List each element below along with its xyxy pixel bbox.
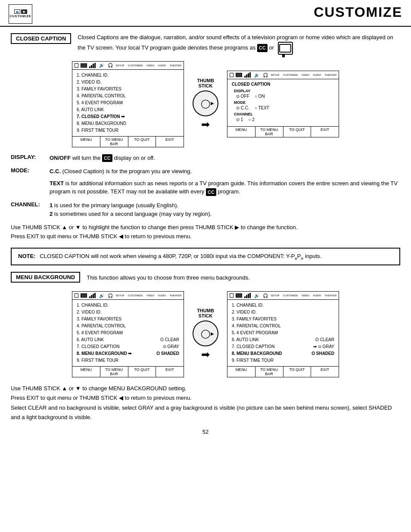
r2-item-5: 5. 4 EVENT PROGRAM — [232, 330, 334, 336]
thumb-stick-circle-1: ◯ — [193, 90, 218, 116]
setup-icon-r — [230, 73, 234, 77]
main-content: CLOSED CAPTION Closed Captions are the d… — [0, 27, 411, 446]
r2-clear: O CLEAR — [315, 336, 334, 343]
cc-badge-display: CC — [102, 154, 112, 162]
l2-item-6: 6. AUTO LINK O CLEAR — [77, 336, 179, 343]
bars-icon — [89, 63, 96, 68]
page-title: CUSTOMIZE — [314, 4, 402, 20]
l2-item-8: 8. MENU BACKGROUND ➡ O SHADED — [77, 350, 179, 357]
cc-option: C.C. — [236, 106, 249, 110]
screens-row-1: 🔊 🎧 SETUP CUSTOMIZE VIDEO AUDIO THEATER … — [11, 61, 400, 147]
closed-caption-section: CLOSED CAPTION Closed Captions are the d… — [11, 33, 400, 55]
setup-label: SETUP — [116, 64, 125, 67]
cc-badge-mode: CC — [206, 188, 216, 196]
thumb-stick-circle-2: ◯ — [193, 320, 218, 346]
l2-shaded: O SHADED — [156, 350, 179, 357]
setup-label-l2: SETUP — [116, 294, 125, 297]
menu-nav-labels-r2: SETUP CUSTOMIZE VIDEO AUDIO THEATER — [271, 294, 337, 297]
closed-caption-description: Closed Captions are the dialogue, narrat… — [78, 33, 400, 55]
mode-desc-content: C.C. (Closed Caption) is for the program… — [50, 167, 400, 196]
header-icons-left: 🔊 🎧 — [89, 63, 113, 68]
setup-icon — [75, 63, 78, 68]
menu-item-4: 4. PARENTAL CONTROL — [77, 93, 179, 100]
bar4 — [94, 63, 96, 68]
menu-item-6: 6. AUTO LINK — [77, 106, 179, 113]
screen-arrow-2: ➡ — [201, 348, 210, 361]
bar3l2 — [93, 294, 94, 298]
theater-label: THEATER — [169, 64, 181, 67]
left-menu-footer-2: MENU TO MENU BAR TO QUIT EXIT — [72, 366, 184, 377]
customize-label-l2: CUSTOMIZE — [128, 294, 143, 297]
r2-shaded: O SHADED — [311, 350, 334, 357]
left-menu-screen-2: 🔊 🎧 SETUP CUSTOMIZE VIDEO AUDIO THEATER … — [72, 291, 184, 377]
sub-b: B — [295, 256, 297, 260]
caption-icon — [278, 42, 293, 55]
video-label-r: VIDEO — [302, 74, 310, 76]
menu-item-2: 2. VIDEO ID. — [77, 79, 179, 86]
footer-to-quit: TO QUIT — [128, 137, 156, 147]
right-menu-screen-2: 🔊 🎧 SETUP CUSTOMIZE VIDEO AUDIO THEATER … — [227, 291, 339, 377]
footer-exit-l2: EXIT — [156, 367, 184, 377]
menu-item-8: 8. MENU BACKGROUND — [77, 120, 179, 127]
r2-item-2: 2. VIDEO ID. — [232, 309, 334, 316]
video-label-l2: VIDEO — [146, 294, 155, 297]
right-menu-screen-cc: 🔊 🎧 SETUP CUSTOMIZE VIDEO AUDIO THEATER … — [227, 71, 339, 137]
menu-screen-header-left2: 🔊 🎧 SETUP CUSTOMIZE VIDEO AUDIO THEATER — [72, 292, 184, 300]
display-desc: DISPLAY: ON/OFF will turn the CC display… — [11, 154, 400, 162]
thumb-stick-label-1: THUMBSTICK — [197, 78, 214, 88]
sub-r: R — [301, 256, 304, 260]
bar1r2 — [244, 296, 246, 298]
menu-screen-header-left: 🔊 🎧 SETUP CUSTOMIZE VIDEO AUDIO THEATER — [72, 62, 184, 70]
l2-item-7: 7. CLOSED CAPTION ⊙ GRAY — [77, 343, 179, 350]
menu-background-section: MENU BACKGROUND This function allows you… — [11, 272, 400, 285]
l2-item-3: 3. FAMILY FAVORITES — [77, 316, 179, 323]
logo-label: CUSTOMIZE — [9, 15, 31, 18]
menu-screen-header-right2: 🔊 🎧 SETUP CUSTOMIZE VIDEO AUDIO THEATER — [227, 292, 339, 300]
theater-label-l2: THEATER — [169, 294, 181, 297]
theater-label-r: THEATER — [324, 74, 336, 76]
r2-item-1: 1. CHANNEL ID. — [232, 302, 334, 309]
l2-item-2: 2. VIDEO ID. — [77, 309, 179, 316]
header-icons-right: 🔊 🎧 — [244, 72, 268, 78]
video-label: VIDEO — [146, 64, 155, 67]
l2-clear: O CLEAR — [160, 336, 179, 343]
screen-arrow-1: ➡ — [201, 118, 210, 131]
cc-screen-title: CLOSED CAPTION — [232, 82, 334, 87]
logo-icon-top-left: 📺 — [14, 9, 20, 14]
footer-menu: MENU — [72, 137, 100, 147]
footer-menu-l2: MENU — [72, 367, 100, 377]
thumb-stick-label-2: THUMBSTICK — [197, 308, 214, 318]
mode-line2: TEXT is for additional information such … — [50, 179, 400, 196]
customize-icon-r — [236, 73, 242, 77]
menu-screen-header-right-cc: 🔊 🎧 SETUP CUSTOMIZE VIDEO AUDIO THEATER — [227, 71, 339, 79]
l2-item-4: 4. PARENTAL CONTROL — [77, 323, 179, 330]
display-desc-label: DISPLAY: — [11, 154, 45, 160]
r2-autolink: 6. AUTO LINK — [232, 336, 259, 343]
channel-group: CHANNEL 1 2 — [232, 112, 334, 122]
footer-exit-r2: EXIT — [311, 367, 339, 377]
screens-row-2: 🔊 🎧 SETUP CUSTOMIZE VIDEO AUDIO THEATER … — [11, 291, 400, 377]
headphone-icon-r: 🎧 — [263, 73, 268, 78]
bar2r2 — [246, 295, 247, 298]
display-desc-content: ON/OFF will turn the CC display on or of… — [50, 154, 400, 162]
channel-desc-content: 1 is used for the primary language (usua… — [50, 201, 400, 218]
logo-box: 📺 ▦ CUSTOMIZE — [9, 4, 32, 24]
customize-label-r2: CUSTOMIZE — [283, 294, 298, 297]
cc-screen-body: CLOSED CAPTION DISPLAY OFF ON MODE C.C. … — [227, 79, 339, 126]
bar3r — [248, 73, 249, 78]
r2-item-6: 6. AUTO LINK O CLEAR — [232, 336, 334, 343]
note-label: NOTE: — [18, 253, 35, 259]
footer-to-quit-r2: TO QUIT — [283, 367, 311, 377]
footer-menu-bar: TO MENU BAR — [100, 137, 128, 147]
r2-item-8: 8. MENU BACKGROUND O SHADED — [232, 350, 334, 357]
bar1l2 — [89, 296, 90, 298]
l2-item-1: 1. CHANNEL ID. — [77, 302, 179, 309]
speaker-icon-r2: 🔊 — [254, 293, 259, 298]
footer-to-quit-l2: TO QUIT — [128, 367, 156, 377]
l2-cc: 7. CLOSED CAPTION — [77, 343, 119, 350]
cc-desc-suffix: or — [269, 44, 274, 51]
l2-item-9: 9. FIRST TIME TOUR — [77, 357, 179, 364]
bar2l2 — [91, 295, 92, 298]
thumb-stick-1: THUMBSTICK ◯ ➡ — [193, 78, 218, 131]
menu-background-label: MENU BACKGROUND — [11, 272, 80, 283]
